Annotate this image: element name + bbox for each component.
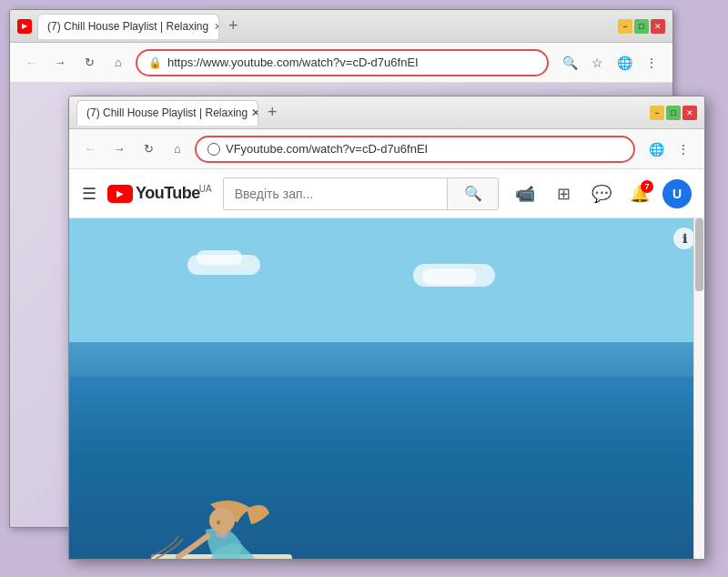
back-nav-back-button[interactable]: ←	[19, 51, 43, 75]
front-globe-nav-icon[interactable]: 🌐	[644, 137, 668, 161]
youtube-logo-icon	[107, 185, 133, 203]
back-globe-icon[interactable]: 🌐	[612, 51, 636, 75]
front-window-controls: − □ ✕	[650, 106, 697, 120]
front-nav-forward-button[interactable]: →	[107, 137, 131, 161]
back-maximize-button[interactable]: □	[634, 19, 649, 34]
youtube-user-avatar[interactable]: U	[662, 179, 692, 208]
youtube-notifications-icon[interactable]: 🔔	[624, 178, 655, 209]
back-nav-forward-button[interactable]: →	[48, 51, 72, 75]
back-tab-label: (7) Chill House Playlist | Relaxing	[47, 20, 208, 33]
front-tab[interactable]: (7) Chill House Playlist | Relaxing ✕	[76, 100, 258, 126]
cloud-2	[197, 250, 242, 265]
back-address-bar[interactable]: 🔒 https://www.youtube.com/watch?v=cD-d7u…	[136, 49, 549, 76]
back-lock-icon: 🔒	[148, 56, 162, 69]
youtube-messages-icon[interactable]: 💬	[586, 178, 617, 209]
front-minimize-button[interactable]: −	[650, 106, 664, 120]
back-new-tab-button[interactable]: +	[223, 16, 244, 35]
back-navbar: ← → ↻ ⌂ 🔒 https://www.youtube.com/watch?…	[10, 43, 672, 83]
video-container[interactable]: ℹ ▶ ⏭ 🔊 0:02 / 52:45 ▶	[69, 218, 704, 560]
cloud-4	[413, 264, 495, 287]
back-tab-close[interactable]: ✕	[214, 21, 219, 33]
back-nav-icons: 🔍 ☆ 🌐 ⋮	[558, 51, 663, 75]
front-url-text: VFyoutube.com/watch?v=cD-d7u6fnEI	[226, 142, 428, 156]
front-tab-label: (7) Chill House Playlist | Relaxing	[86, 106, 248, 119]
front-browser-window: (7) Chill House Playlist | Relaxing ✕ + …	[68, 96, 705, 560]
youtube-logo-text: YouTube	[136, 184, 200, 203]
front-maximize-button[interactable]: □	[666, 106, 681, 120]
hamburger-menu-icon[interactable]: ☰	[82, 184, 96, 204]
youtube-logo[interactable]: YouTube UA	[107, 184, 212, 203]
youtube-search-input[interactable]	[224, 181, 447, 207]
page-scrollbar[interactable]	[693, 218, 704, 560]
front-navbar: ← → ↻ ⌂ VFyoutube.com/watch?v=cD-d7u6fnE…	[69, 129, 704, 169]
scrollbar-thumb[interactable]	[695, 218, 703, 291]
youtube-country-badge: UA	[199, 184, 212, 194]
back-minimize-button[interactable]: −	[618, 19, 632, 34]
youtube-header-icons: 📹 ⊞ 💬 🔔 U	[510, 178, 692, 209]
youtube-apps-icon[interactable]: ⊞	[548, 178, 579, 209]
front-nav-home-button[interactable]: ⌂	[166, 137, 189, 161]
back-more-icon[interactable]: ⋮	[640, 51, 663, 75]
back-nav-home-button[interactable]: ⌂	[106, 51, 130, 75]
front-nav-back-button[interactable]: ←	[78, 137, 102, 161]
front-address-bar[interactable]: VFyoutube.com/watch?v=cD-d7u6fnEI	[195, 136, 635, 163]
back-titlebar: (7) Chill House Playlist | Relaxing ✕ + …	[10, 10, 672, 43]
youtube-search-button[interactable]: 🔍	[447, 178, 498, 209]
front-close-button[interactable]: ✕	[682, 106, 697, 120]
back-search-icon[interactable]: 🔍	[558, 51, 581, 75]
back-nav-refresh-button[interactable]: ↻	[77, 51, 101, 75]
svg-point-2	[209, 508, 235, 533]
front-nav-refresh-button[interactable]: ↻	[136, 137, 160, 161]
back-window-controls: − □ ✕	[618, 19, 665, 34]
info-icon: ℹ	[682, 232, 687, 246]
youtube-search-bar[interactable]: 🔍	[223, 177, 499, 210]
front-globe-icon	[207, 143, 220, 156]
back-url-text: https://www.youtube.com/watch?v=cD-d7u6f…	[167, 56, 536, 69]
youtube-header: ☰ YouTube UA 🔍 📹 ⊞ 💬 🔔 U	[69, 169, 704, 218]
front-more-icon[interactable]: ⋮	[672, 137, 695, 161]
front-nav-icons: 🌐 ⋮	[644, 137, 695, 161]
back-close-button[interactable]: ✕	[651, 19, 665, 34]
youtube-upload-icon[interactable]: 📹	[510, 178, 541, 209]
front-new-tab-button[interactable]: +	[262, 103, 283, 122]
svg-point-3	[217, 521, 220, 525]
back-tab[interactable]: (7) Chill House Playlist | Relaxing ✕	[37, 14, 219, 39]
back-favicon	[17, 19, 32, 34]
front-tab-close[interactable]: ✕	[251, 106, 258, 119]
boat-person-svg	[124, 395, 324, 560]
back-star-icon[interactable]: ☆	[585, 51, 609, 75]
info-button[interactable]: ℹ	[673, 228, 695, 249]
front-titlebar: (7) Chill House Playlist | Relaxing ✕ + …	[69, 96, 704, 129]
